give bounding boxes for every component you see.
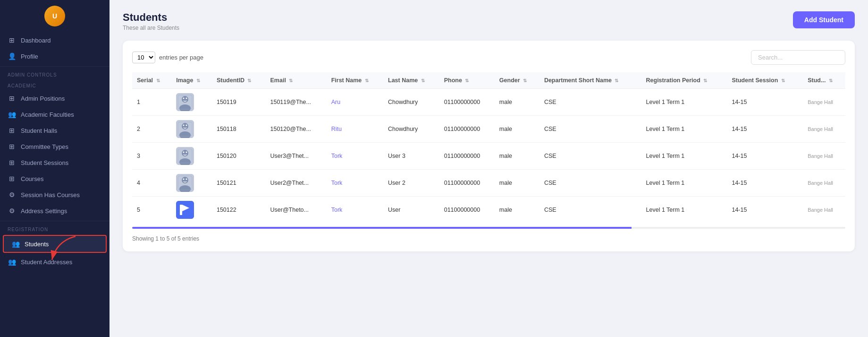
sidebar-item-label: Student Addresses — [21, 259, 72, 266]
sidebar-item-dashboard[interactable]: ⊞ Dashboard — [0, 32, 110, 48]
cell-reg-period: Level 1 Term 1 — [641, 197, 727, 224]
col-email: Email ⇅ — [266, 72, 327, 89]
table-row: 2 150118 150120@The... Ritu Chowdhury 01… — [132, 116, 845, 143]
cell-reg-period: Level 1 Term 1 — [641, 116, 727, 143]
svg-point-17 — [186, 152, 187, 153]
cell-image — [171, 89, 212, 116]
cell-gender: male — [495, 143, 539, 170]
address-settings-icon: ⚙ — [8, 207, 16, 215]
content-area: Students These all are Students Add Stud… — [110, 0, 868, 337]
cell-phone: 01100000000 — [439, 143, 495, 170]
divider-2 — [0, 221, 110, 221]
academic-faculties-icon: 👥 — [8, 111, 16, 118]
svg-point-10 — [183, 125, 185, 126]
cell-dept: CSE — [539, 170, 641, 197]
cell-email: User@Theto... — [266, 197, 327, 224]
sidebar-item-courses[interactable]: ⊞ Courses — [0, 171, 110, 187]
table-body: 1 150119 150119@The... Aru Chowdhury 011… — [132, 89, 845, 224]
col-lastname: Last Name ⇅ — [383, 72, 439, 89]
cell-session: 14-15 — [727, 197, 803, 224]
students-table: Serial ⇅ Image ⇅ StudentID ⇅ Email ⇅ Fir… — [132, 72, 845, 223]
table-scroll-bar[interactable] — [132, 227, 845, 229]
sidebar-item-committee-types[interactable]: ⊞ Committee Types — [0, 138, 110, 155]
col-gender: Gender ⇅ — [495, 72, 539, 89]
main-content: Students These all are Students Add Stud… — [110, 0, 868, 337]
sidebar-item-address-settings[interactable]: ⚙ Address Settings — [0, 203, 110, 219]
cell-phone: 01100000000 — [439, 197, 495, 224]
cell-firstname: Tork — [327, 170, 383, 197]
cell-stud: Bange Hall — [803, 143, 845, 170]
table-row: 5 150122 User@Theto... Tork User 0110000… — [132, 197, 845, 224]
cell-studentid: 150118 — [212, 116, 266, 143]
cell-phone: 01100000000 — [439, 170, 495, 197]
cell-lastname: User — [383, 197, 439, 224]
cell-phone: 01100000000 — [439, 116, 495, 143]
sidebar-item-label: Courses — [21, 175, 43, 182]
search-input[interactable] — [751, 50, 845, 65]
student-halls-icon: ⊞ — [8, 127, 16, 134]
student-addresses-icon: 👥 — [8, 258, 16, 266]
cell-session: 14-15 — [727, 143, 803, 170]
sidebar-item-label: Students — [25, 241, 49, 248]
cell-firstname: Aru — [327, 89, 383, 116]
svg-point-23 — [186, 179, 187, 180]
cell-lastname: User 2 — [383, 170, 439, 197]
divider — [0, 66, 110, 67]
table-head: Serial ⇅ Image ⇅ StudentID ⇅ Email ⇅ Fir… — [132, 72, 845, 89]
cell-stud: Bange Hall — [803, 170, 845, 197]
cell-image — [171, 197, 212, 224]
cell-gender: male — [495, 170, 539, 197]
cell-firstname: Tork — [327, 197, 383, 224]
admin-controls-section: Admin Controls — [0, 69, 110, 79]
admin-positions-icon: ⊞ — [8, 95, 16, 102]
svg-point-16 — [183, 152, 185, 153]
cell-reg-period: Level 1 Term 1 — [641, 143, 727, 170]
cell-firstname: Ritu — [327, 116, 383, 143]
col-studentid: StudentID ⇅ — [212, 72, 266, 89]
col-stud: Stud... ⇅ — [803, 72, 845, 89]
entries-select[interactable]: 10 25 50 — [132, 52, 155, 63]
cell-session: 14-15 — [727, 89, 803, 116]
cell-gender: male — [495, 116, 539, 143]
sidebar-item-session-has-courses[interactable]: ⚙ Session Has Courses — [0, 187, 110, 203]
courses-icon: ⊞ — [8, 175, 16, 182]
sidebar-item-students[interactable]: 👥 Students — [3, 235, 107, 253]
cell-lastname: User 3 — [383, 143, 439, 170]
cell-serial: 3 — [132, 143, 171, 170]
sidebar-item-academic-faculties[interactable]: 👥 Academic Faculties — [0, 106, 110, 122]
committee-types-icon: ⊞ — [8, 143, 16, 150]
cell-firstname: Tork — [327, 143, 383, 170]
cell-email: User3@Thet... — [266, 143, 327, 170]
cell-gender: male — [495, 89, 539, 116]
col-phone: Phone ⇅ — [439, 72, 495, 89]
cell-studentid: 150120 — [212, 143, 266, 170]
cell-email: 150119@The... — [266, 89, 327, 116]
sidebar-item-label: Address Settings — [21, 207, 67, 215]
session-has-courses-icon: ⚙ — [8, 191, 16, 199]
sidebar-item-profile[interactable]: 👤 Profile — [0, 48, 110, 64]
cell-serial: 4 — [132, 170, 171, 197]
cell-image — [171, 170, 212, 197]
showing-text: Showing 1 to 5 of 5 entries — [132, 235, 845, 242]
cell-session: 14-15 — [727, 116, 803, 143]
academic-section: Academic — [0, 79, 110, 90]
svg-point-11 — [186, 125, 187, 126]
sidebar-item-student-sessions[interactable]: ⊞ Student Sessions — [0, 155, 110, 171]
add-student-button[interactable]: Add Student — [793, 11, 855, 28]
sidebar-item-student-addresses[interactable]: 👥 Student Addresses — [0, 254, 110, 270]
sidebar-item-label: Student Sessions — [21, 159, 68, 166]
sidebar-item-admin-positions[interactable]: ⊞ Admin Positions — [0, 90, 110, 106]
sidebar-item-label: Profile — [21, 53, 38, 60]
page-header: Students These all are Students Add Stud… — [123, 11, 855, 31]
cell-serial: 1 — [132, 89, 171, 116]
svg-point-4 — [183, 98, 185, 99]
sidebar: U ⊞ Dashboard 👤 Profile Admin Controls A… — [0, 0, 110, 337]
cell-studentid: 150119 — [212, 89, 266, 116]
cell-stud: Bange Hall — [803, 116, 845, 143]
sidebar-item-student-halls[interactable]: ⊞ Student Halls — [0, 122, 110, 138]
cell-serial: 5 — [132, 197, 171, 224]
students-icon: 👥 — [11, 240, 20, 248]
cell-serial: 2 — [132, 116, 171, 143]
table-wrapper: Serial ⇅ Image ⇅ StudentID ⇅ Email ⇅ Fir… — [132, 72, 845, 223]
sidebar-item-label: Session Has Courses — [21, 191, 80, 199]
